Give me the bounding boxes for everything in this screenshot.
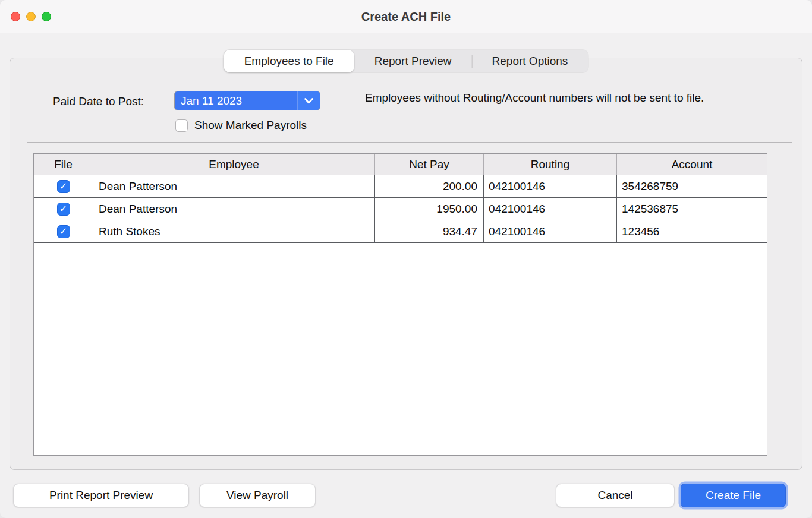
paid-date-label: Paid Date to Post:: [53, 95, 144, 108]
paid-date-select[interactable]: Jan 11 2023: [174, 91, 320, 110]
column-header-account: Account: [617, 154, 767, 175]
show-marked-payrolls-checkbox[interactable]: [175, 119, 188, 132]
divider: [27, 142, 792, 143]
column-header-net-pay: Net Pay: [375, 154, 484, 175]
employee-cell: Dean Patterson: [93, 175, 375, 197]
table-row: ✓Ruth Stokes934.47042100146123456: [34, 220, 767, 243]
net-pay-cell: 934.47: [375, 220, 484, 242]
file-cell: ✓: [34, 220, 93, 242]
employee-cell: Ruth Stokes: [93, 220, 375, 242]
account-cell: 142536875: [617, 198, 767, 220]
column-header-employee: Employee: [93, 154, 375, 175]
tab-report-options[interactable]: Report Options: [472, 50, 588, 72]
content-panel: Paid Date to Post: Jan 11 2023 Employees…: [10, 58, 802, 470]
notice-text: Employees without Routing/Account number…: [365, 90, 732, 106]
window: Create ACH File Employees to File Report…: [0, 0, 812, 518]
table-header: File Employee Net Pay Routing Account: [34, 154, 767, 175]
chevron-down-icon[interactable]: [297, 91, 320, 110]
tab-employees-to-file[interactable]: Employees to File: [224, 50, 354, 72]
traffic-lights: [11, 12, 51, 21]
net-pay-cell: 1950.00: [375, 198, 484, 220]
file-cell: ✓: [34, 175, 93, 197]
table-row: ✓Dean Patterson1950.00042100146142536875: [34, 198, 767, 220]
check-icon: ✓: [59, 227, 67, 236]
check-icon: ✓: [59, 204, 67, 214]
row-file-checkbox[interactable]: ✓: [57, 203, 70, 216]
table-row: ✓Dean Patterson200.00042100146354268759: [34, 175, 767, 198]
employee-cell: Dean Patterson: [93, 198, 375, 220]
window-title: Create ACH File: [361, 10, 451, 24]
show-marked-payrolls-label: Show Marked Payrolls: [194, 119, 307, 132]
account-cell: 123456: [617, 220, 767, 242]
row-file-checkbox[interactable]: ✓: [57, 225, 70, 238]
tab-bar: Employees to File Report Preview Report …: [224, 50, 588, 72]
account-cell: 354268759: [617, 175, 767, 197]
table-body: ✓Dean Patterson200.00042100146354268759✓…: [34, 175, 767, 243]
create-file-button[interactable]: Create File: [681, 484, 786, 507]
column-header-file: File: [34, 154, 93, 175]
column-header-routing: Routing: [484, 154, 617, 175]
zoom-button[interactable]: [42, 12, 51, 21]
titlebar: Create ACH File: [0, 0, 812, 33]
print-report-preview-button[interactable]: Print Report Preview: [13, 484, 189, 507]
routing-cell: 042100146: [484, 198, 617, 220]
cancel-button[interactable]: Cancel: [556, 484, 675, 507]
routing-cell: 042100146: [484, 175, 617, 197]
file-cell: ✓: [34, 198, 93, 220]
paid-date-value: Jan 11 2023: [175, 91, 297, 110]
view-payroll-button[interactable]: View Payroll: [199, 484, 316, 507]
routing-cell: 042100146: [484, 220, 617, 242]
close-button[interactable]: [11, 12, 20, 21]
show-marked-payrolls-row: Show Marked Payrolls: [175, 119, 307, 132]
net-pay-cell: 200.00: [375, 175, 484, 197]
row-file-checkbox[interactable]: ✓: [57, 180, 70, 193]
tab-report-preview[interactable]: Report Preview: [354, 50, 472, 72]
employees-table: File Employee Net Pay Routing Account ✓D…: [33, 153, 767, 456]
minimize-button[interactable]: [26, 12, 36, 21]
check-icon: ✓: [59, 182, 67, 191]
